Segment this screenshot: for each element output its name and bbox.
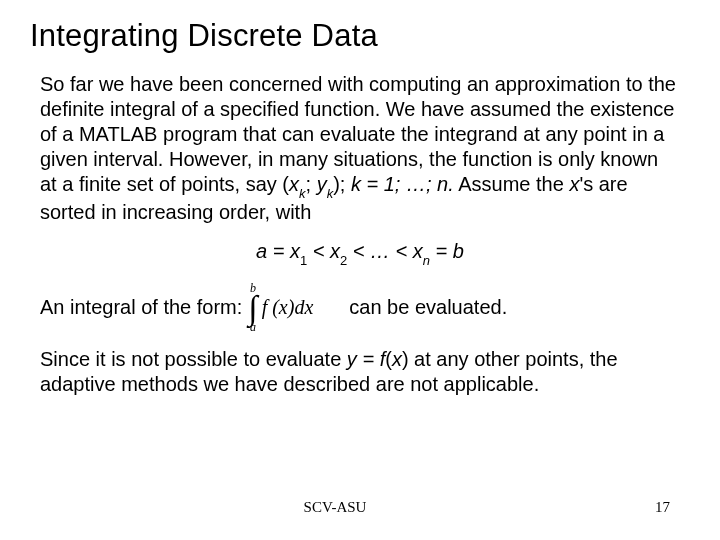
text: can be evaluated.	[349, 295, 507, 320]
slide-body: So far we have been concerned with compu…	[30, 72, 690, 397]
integral-sign: b ∫ a	[248, 282, 257, 333]
text: An integral of the form:	[40, 295, 242, 320]
page-number: 17	[447, 499, 670, 516]
ordering-equation: a = x1 < x2 < … < xn = b	[40, 239, 680, 267]
var-x: x	[289, 173, 299, 195]
integral-expression: b ∫ a f (x)dx	[248, 282, 313, 333]
slide: Integrating Discrete Data So far we have…	[0, 0, 720, 540]
lower-limit: a	[250, 321, 256, 333]
footer-center: SCV-ASU	[223, 499, 446, 516]
text: Assume the	[454, 173, 570, 195]
integral-line: An integral of the form: b ∫ a f (x)dx c…	[40, 282, 680, 333]
sub-k: k	[299, 186, 306, 201]
var-x: x	[392, 348, 402, 370]
slide-footer: SCV-ASU 17	[0, 499, 720, 516]
integrand: f (x)dx	[262, 295, 314, 320]
text: )	[402, 348, 409, 370]
eq-text: < x	[307, 240, 340, 262]
text: );	[333, 173, 351, 195]
integral-icon: ∫	[248, 294, 257, 321]
eq-text: = b	[430, 240, 464, 262]
sub-k: k	[327, 186, 334, 201]
footer-left	[0, 499, 223, 516]
slide-title: Integrating Discrete Data	[30, 18, 690, 54]
paragraph-1: So far we have been concerned with compu…	[40, 72, 680, 225]
eq-yfx: y = f	[347, 348, 385, 370]
var-y: y	[317, 173, 327, 195]
text: (	[385, 348, 392, 370]
sub-2: 2	[340, 253, 347, 268]
text: Since it is not possible to evaluate	[40, 348, 347, 370]
k-def: k = 1; …; n.	[351, 173, 454, 195]
sub-n: n	[423, 253, 430, 268]
paragraph-3: Since it is not possible to evaluate y =…	[40, 347, 680, 397]
var-x: x	[569, 173, 579, 195]
text: ;	[306, 173, 317, 195]
sub-1: 1	[300, 253, 307, 268]
eq-text: a = x	[256, 240, 300, 262]
eq-text: < … < x	[347, 240, 423, 262]
